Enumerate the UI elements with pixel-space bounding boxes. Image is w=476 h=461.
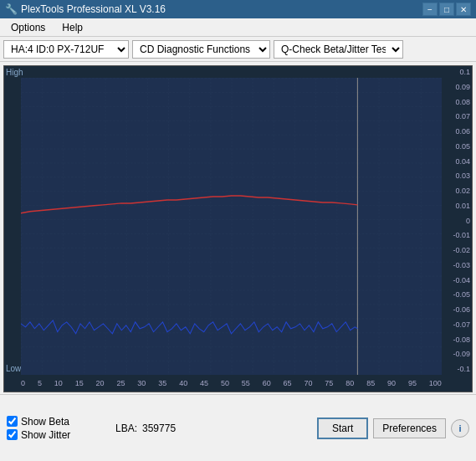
x-tick-55: 55 xyxy=(242,379,250,387)
menu-options[interactable]: Options xyxy=(3,19,53,36)
show-beta-label: Show Beta xyxy=(21,416,69,428)
function-select[interactable]: CD Diagnostic Functions xyxy=(132,40,270,59)
svg-rect-1 xyxy=(21,78,442,375)
x-tick-50: 50 xyxy=(221,379,229,387)
y-tick-12: -0.02 xyxy=(443,246,470,254)
y-tick-7: 0.03 xyxy=(443,172,470,180)
chart-inner: High Low 0.1 0.09 0.08 0.07 0.06 0.05 0.… xyxy=(4,66,472,392)
show-beta-row: Show Beta xyxy=(7,416,99,428)
y-tick-5: 0.05 xyxy=(443,142,470,151)
x-tick-10: 10 xyxy=(54,379,63,387)
chart-low-label: Low xyxy=(6,364,21,373)
show-jitter-row: Show Jitter xyxy=(7,429,99,441)
y-tick-13: -0.03 xyxy=(443,261,470,269)
x-tick-30: 30 xyxy=(137,379,146,387)
x-tick-45: 45 xyxy=(200,379,208,387)
right-buttons: Start Preferences i xyxy=(317,417,469,439)
x-tick-85: 85 xyxy=(366,379,375,387)
x-tick-70: 70 xyxy=(304,379,312,387)
maximize-button[interactable]: □ xyxy=(439,3,454,16)
x-tick-65: 65 xyxy=(284,379,292,387)
title-bar: 🔧 PlexTools Professional XL V3.16 − □ ✕ xyxy=(0,0,476,18)
y-tick-6: 0.04 xyxy=(443,157,470,166)
checkboxes: Show Beta Show Jitter xyxy=(7,416,99,441)
y-tick-2: 0.08 xyxy=(443,98,470,106)
menu-help[interactable]: Help xyxy=(54,19,90,36)
bottom-panel: Show Beta Show Jitter LBA: 359775 Start … xyxy=(0,394,476,461)
start-button[interactable]: Start xyxy=(317,417,368,439)
lba-value: 359775 xyxy=(142,423,176,434)
show-jitter-checkbox[interactable] xyxy=(7,429,18,440)
y-tick-20: -0.1 xyxy=(443,365,470,373)
show-beta-checkbox[interactable] xyxy=(7,416,18,427)
chart-svg xyxy=(21,78,442,375)
x-tick-80: 80 xyxy=(345,379,354,387)
lba-section: LBA: 359775 xyxy=(115,423,176,434)
title-bar-controls: − □ ✕ xyxy=(422,3,471,16)
x-tick-40: 40 xyxy=(179,379,187,387)
x-tick-35: 35 xyxy=(158,379,166,387)
x-tick-25: 25 xyxy=(116,379,125,387)
y-tick-0: 0.1 xyxy=(443,68,470,76)
close-button[interactable]: ✕ xyxy=(456,3,471,16)
info-button[interactable]: i xyxy=(451,419,469,438)
chart-high-label: High xyxy=(6,68,23,77)
drive-select[interactable]: HA:4 ID:0 PX-712UF xyxy=(3,40,129,59)
test-select[interactable]: Q-Check Beta/Jitter Test xyxy=(274,40,403,59)
y-tick-15: -0.05 xyxy=(443,290,470,299)
show-jitter-label: Show Jitter xyxy=(21,429,70,441)
lba-label: LBA: xyxy=(115,423,137,434)
preferences-button[interactable]: Preferences xyxy=(373,418,446,438)
title-bar-left: 🔧 PlexTools Professional XL V3.16 xyxy=(5,3,166,15)
y-tick-16: -0.06 xyxy=(443,305,470,314)
y-tick-11: -0.01 xyxy=(443,231,470,239)
x-tick-5: 5 xyxy=(38,379,42,387)
app-icon: 🔧 xyxy=(5,3,18,15)
x-tick-20: 20 xyxy=(96,379,105,387)
x-tick-100: 100 xyxy=(429,379,442,387)
x-tick-90: 90 xyxy=(387,379,396,387)
x-tick-0: 0 xyxy=(21,379,25,387)
x-tick-60: 60 xyxy=(263,379,271,387)
y-tick-3: 0.07 xyxy=(443,112,470,120)
toolbar: HA:4 ID:0 PX-712UF CD Diagnostic Functio… xyxy=(0,37,476,62)
y-tick-10: 0 xyxy=(443,217,470,225)
y-tick-4: 0.06 xyxy=(443,127,470,136)
app-title: PlexTools Professional XL V3.16 xyxy=(21,3,166,15)
menu-bar: Options Help xyxy=(0,18,476,37)
chart-area: High Low 0.1 0.09 0.08 0.07 0.06 0.05 0.… xyxy=(3,65,473,392)
x-tick-15: 15 xyxy=(75,379,84,387)
y-tick-8: 0.02 xyxy=(443,187,470,195)
x-axis: 0 5 10 15 20 25 30 35 40 45 50 55 60 65 … xyxy=(21,375,442,392)
x-tick-95: 95 xyxy=(408,379,417,387)
y-tick-18: -0.08 xyxy=(443,336,470,344)
y-tick-17: -0.07 xyxy=(443,320,470,329)
main-content: High Low 0.1 0.09 0.08 0.07 0.06 0.05 0.… xyxy=(0,62,476,461)
y-tick-14: -0.04 xyxy=(443,276,470,284)
y-tick-19: -0.09 xyxy=(443,350,470,358)
x-tick-75: 75 xyxy=(325,379,333,387)
y-axis-right: 0.1 0.09 0.08 0.07 0.06 0.05 0.04 0.03 0… xyxy=(442,66,472,375)
y-tick-1: 0.09 xyxy=(443,83,470,91)
y-tick-9: 0.01 xyxy=(443,202,470,210)
minimize-button[interactable]: − xyxy=(422,3,438,16)
